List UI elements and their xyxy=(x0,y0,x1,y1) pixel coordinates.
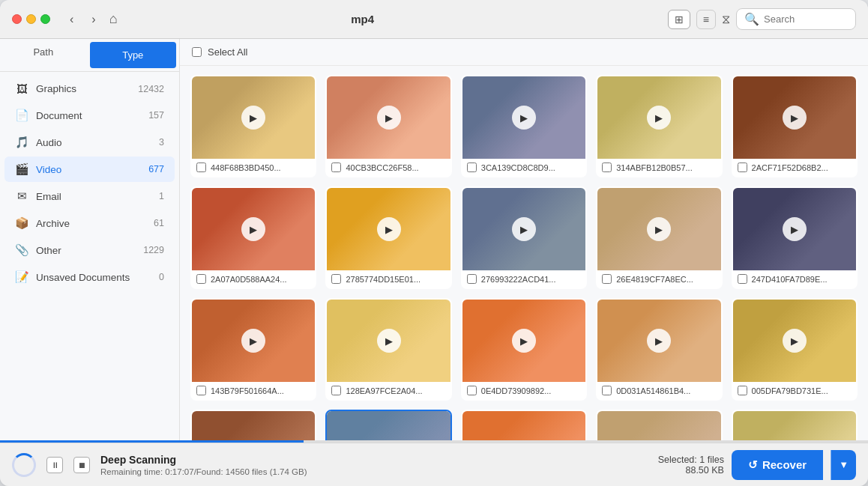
thumbnail-filename: 247D410FA7D89E... xyxy=(752,275,828,284)
thumbnail-card[interactable]: ▶2A07A0D588AA24... xyxy=(190,186,316,289)
play-button[interactable]: ▶ xyxy=(512,329,536,353)
thumbnail-checkbox[interactable] xyxy=(196,274,206,284)
sidebar-item-email[interactable]: ✉ Email 1 xyxy=(4,183,175,209)
traffic-lights xyxy=(12,14,50,24)
thumbnail-card[interactable]: ▶26E4819CF7A8EC... xyxy=(596,186,722,289)
search-input[interactable] xyxy=(764,13,848,25)
archive-count: 61 xyxy=(154,218,164,228)
play-button[interactable]: ▶ xyxy=(241,329,265,353)
thumbnail-image: ▶ xyxy=(597,188,720,270)
thumbnail-card[interactable]: ▶40CB3BCC26F58... xyxy=(325,75,451,177)
recover-button[interactable]: ↺ Recover xyxy=(732,450,823,480)
play-button[interactable]: ▶ xyxy=(647,106,671,130)
stop-button[interactable]: ⏹ xyxy=(73,457,90,473)
thumbnail-checkbox[interactable] xyxy=(331,274,341,284)
sidebar-items: 🖼 Graphics 12432 📄 Document 157 🎵 Audio … xyxy=(0,72,179,440)
play-button[interactable]: ▶ xyxy=(783,217,807,241)
thumbnail-image: ▶ xyxy=(597,300,720,382)
tab-type[interactable]: Type xyxy=(90,42,177,68)
thumbnail-image: ▶ xyxy=(192,188,315,270)
filter-button[interactable]: ⧖ xyxy=(722,13,730,26)
thumbnail-checkbox[interactable] xyxy=(602,162,612,172)
play-button[interactable]: ▶ xyxy=(512,106,536,130)
titlebar: ‹ › ⌂ mp4 ⊞ ≡ ⧖ 🔍 xyxy=(0,0,868,39)
other-count: 1229 xyxy=(143,245,164,255)
play-button[interactable]: ▶ xyxy=(783,329,807,353)
thumbnail-checkbox[interactable] xyxy=(467,386,477,395)
thumbnail-card[interactable]: ▶FILE003.MP4 xyxy=(596,410,722,440)
thumbnail-checkbox[interactable] xyxy=(738,386,747,395)
thumbnail-card[interactable]: ▶0E4DD73909892... xyxy=(461,298,587,401)
thumbnail-label: 2A07A0D588AA24... xyxy=(192,270,315,288)
sidebar-item-graphics[interactable]: 🖼 Graphics 12432 xyxy=(4,76,175,101)
thumbnail-image: ▶ xyxy=(462,300,585,382)
thumbnail-filename: 2ACF71F52D68B2... xyxy=(752,163,828,172)
tab-path[interactable]: Path xyxy=(0,39,87,71)
thumbnail-image: ▶ xyxy=(192,300,315,382)
thumbnail-card[interactable]: ▶2785774DD15E01... xyxy=(325,186,451,289)
play-button[interactable]: ▶ xyxy=(512,217,536,241)
archive-icon: 📦 xyxy=(15,216,28,230)
recover-dropdown-button[interactable]: ▼ xyxy=(831,450,856,480)
thumbnail-image: ▶ xyxy=(733,76,856,159)
thumbnail-card[interactable]: ▶FILE004.MP4 xyxy=(732,410,858,440)
recover-icon: ↺ xyxy=(748,458,758,472)
pause-button[interactable]: ⏸ xyxy=(46,457,63,473)
thumbnail-card[interactable]: ▶143B79F501664A... xyxy=(190,298,316,401)
list-view-button[interactable]: ≡ xyxy=(696,10,716,29)
maximize-button[interactable] xyxy=(40,14,50,24)
thumbnail-checkbox[interactable] xyxy=(602,386,612,395)
thumbnail-image: ▶ xyxy=(192,411,315,440)
sidebar-item-unsaved[interactable]: 📝 Unsaved Documents 0 xyxy=(4,264,175,290)
thumbnail-card[interactable]: ▶FILE000.MP4 xyxy=(190,410,316,440)
sidebar-item-other[interactable]: 📎 Other 1229 xyxy=(4,237,175,263)
thumbnail-checkbox[interactable] xyxy=(331,162,341,172)
content-area: Select All ▶448F68B3BD450...▶40CB3BCC26F… xyxy=(180,39,868,440)
close-button[interactable] xyxy=(12,14,22,24)
thumbnail-filename: 276993222ACD41... xyxy=(481,275,556,284)
thumbnail-card[interactable]: ▶0D031A514861B4... xyxy=(596,298,722,401)
thumbnail-card[interactable]: ▶314ABFB12B0B57... xyxy=(596,75,722,177)
thumbnail-checkbox[interactable] xyxy=(467,274,477,284)
document-count: 157 xyxy=(148,110,164,121)
grid-view-button[interactable]: ⊞ xyxy=(668,10,690,29)
sidebar-item-archive[interactable]: 📦 Archive 61 xyxy=(4,210,175,236)
thumbnail-checkbox[interactable] xyxy=(196,386,206,395)
thumbnail-checkbox[interactable] xyxy=(467,162,477,172)
thumbnail-card[interactable]: ▶FILE002.MP4 xyxy=(461,410,587,440)
minimize-button[interactable] xyxy=(26,14,36,24)
play-button[interactable]: ▶ xyxy=(241,106,265,130)
thumbnail-filename: 128EA97FCE2A04... xyxy=(346,386,422,395)
sidebar-item-document[interactable]: 📄 Document 157 xyxy=(4,103,175,128)
window-title: mp4 xyxy=(67,13,659,25)
thumbnail-checkbox[interactable] xyxy=(196,162,206,172)
thumbnail-label: 314ABFB12B0B57... xyxy=(597,159,720,176)
thumbnail-card[interactable]: ▶448F68B3BD450... xyxy=(190,75,316,177)
thumbnail-card[interactable]: ▶005DFA79BD731E... xyxy=(732,298,858,401)
thumbnail-checkbox[interactable] xyxy=(738,162,747,172)
thumbnail-checkbox[interactable] xyxy=(738,274,747,284)
play-button[interactable]: ▶ xyxy=(241,217,265,241)
scan-info: Deep Scanning Remaining time: 0:17:07/Fo… xyxy=(100,454,307,476)
play-button[interactable]: ▶ xyxy=(783,106,807,130)
sidebar-label-graphics: Graphics xyxy=(36,83,76,94)
thumbnail-filename: 2A07A0D588AA24... xyxy=(211,275,287,284)
thumbnail-checkbox[interactable] xyxy=(331,386,341,395)
thumbnail-card[interactable]: ▶2ACF71F52D68B2... xyxy=(732,75,858,177)
sidebar-item-audio[interactable]: 🎵 Audio 3 xyxy=(4,130,175,155)
thumbnail-card[interactable]: ▶3CA139CD8C8D9... xyxy=(461,75,587,177)
play-button[interactable]: ▶ xyxy=(647,329,671,353)
play-button[interactable]: ▶ xyxy=(377,106,401,130)
thumbnail-card[interactable]: ▶128EA97FCE2A04... xyxy=(325,298,451,401)
play-button[interactable]: ▶ xyxy=(377,329,401,353)
thumbnail-checkbox[interactable] xyxy=(602,274,612,284)
selected-size-label: 88.50 KB xyxy=(658,465,724,476)
select-all-checkbox[interactable] xyxy=(192,47,202,57)
play-button[interactable]: ▶ xyxy=(647,217,671,241)
sidebar-item-video[interactable]: 🎬 Video 677 xyxy=(4,157,175,182)
play-button[interactable]: ▶ xyxy=(377,217,401,241)
thumbnail-card[interactable]: ▶FILE001.MP4 xyxy=(325,410,451,440)
thumbnail-card[interactable]: ▶247D410FA7D89E... xyxy=(732,186,858,289)
thumbnail-card[interactable]: ▶276993222ACD41... xyxy=(461,186,587,289)
progress-bar-fill xyxy=(0,440,304,443)
